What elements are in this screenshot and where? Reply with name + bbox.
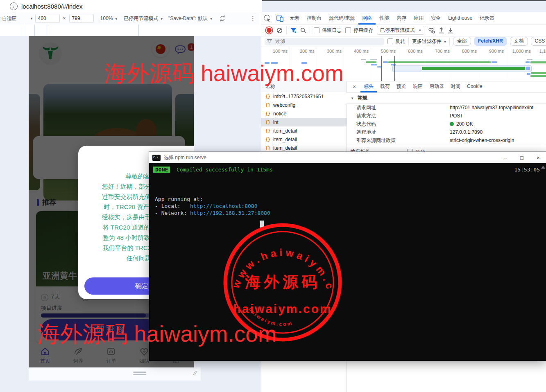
device-type-select[interactable]: 尺寸: 自适应 <box>0 14 29 23</box>
zoom-select[interactable]: 100% ▾ <box>100 16 118 21</box>
details-tab[interactable]: 载荷 <box>377 81 393 92</box>
request-row[interactable]: {}item_detail <box>261 126 347 135</box>
invert-checkbox[interactable] <box>387 38 393 44</box>
devtools-tab[interactable]: 应用 <box>410 12 427 25</box>
devtools-tab[interactable]: 控制台 <box>303 12 325 25</box>
local-url[interactable]: http://localhost:8080 <box>190 203 257 209</box>
load-event-line <box>394 56 395 81</box>
header-value: POST <box>450 113 463 119</box>
general-section-header[interactable]: ▼ 常规 <box>347 93 546 104</box>
details-tab[interactable]: 响应 <box>410 81 426 92</box>
network-filter-row: 反转 更多过滤条件 ▾ 全部Fetch/XHR文档CSS <box>261 36 546 47</box>
request-row[interactable]: {}notice <box>261 109 347 118</box>
search-icon[interactable] <box>300 27 306 33</box>
request-name: webconfig <box>273 102 295 108</box>
request-row[interactable]: {}webconfig <box>261 101 347 109</box>
network-conditions-icon[interactable] <box>428 27 435 34</box>
disable-cache-checkbox[interactable] <box>345 27 351 33</box>
general-header-row: 引荐来源网址政策strict-origin-when-cross-origin <box>347 136 546 144</box>
timeline-tick-label: 1,000 ms <box>507 49 531 54</box>
request-name: item_detail <box>273 145 297 151</box>
filter-chip[interactable]: 全部 <box>453 37 471 46</box>
network-url[interactable]: http://192.168.31.27:8080 <box>190 210 270 216</box>
devtools-tab[interactable]: 性能 <box>376 12 393 25</box>
waterfall-bar <box>422 67 525 70</box>
url-text[interactable]: localhost:8080/#/index <box>21 3 82 10</box>
devtools-tab[interactable]: 记录器 <box>476 12 498 25</box>
header-value-text: POST <box>450 113 463 119</box>
waterfall-bar <box>527 59 532 60</box>
header-key: 远程地址 <box>356 129 450 136</box>
device-width-input[interactable] <box>35 14 60 23</box>
waterfall-bar <box>530 75 546 77</box>
filter-input-box[interactable] <box>265 38 384 45</box>
export-har-icon[interactable] <box>448 27 453 34</box>
rotate-device-icon[interactable] <box>219 15 226 22</box>
close-details-icon[interactable]: × <box>350 83 359 90</box>
scroll-up-icon[interactable] <box>541 166 545 169</box>
json-request-icon: {} <box>265 94 270 99</box>
request-row[interactable]: {}item_detail <box>261 144 347 152</box>
details-tab[interactable]: 标头 <box>360 81 377 92</box>
network-toolbar: 保留日志 停用缓存 已停用节流模式▾ <box>261 25 546 36</box>
terminal-title: 选择 npm run serve <box>164 154 206 161</box>
watermark-top: 海外源码 haiwaiym.com <box>104 59 344 89</box>
timeline-gridline <box>398 47 398 81</box>
throttling-select[interactable]: 已停用节流模式 ▾ <box>124 15 163 22</box>
request-row[interactable]: {}info?t=1775205371651 <box>261 92 347 101</box>
filter-chip[interactable]: CSS <box>531 37 546 46</box>
filter-input[interactable] <box>274 38 370 45</box>
devtools-tab[interactable]: 安全 <box>427 12 444 25</box>
waterfall-bar <box>371 64 377 65</box>
timestamp: 15:53:05 <box>514 167 540 173</box>
json-request-icon: {} <box>265 137 270 142</box>
timeline-gridline <box>479 47 479 81</box>
emulation-footer: // <box>29 367 201 381</box>
save-data-select[interactable]: "Save-Data": 默认 ▾ <box>168 15 212 22</box>
timeline-tick-label: 400 ms <box>345 49 369 54</box>
overflow-menu-icon[interactable]: ⋮ <box>250 15 256 22</box>
devtools-tab[interactable]: 源代码/来源 <box>325 12 358 25</box>
network-throttling-select[interactable]: 已停用节流模式▾ <box>377 26 424 35</box>
request-name: item_detail <box>273 137 297 142</box>
collapse-arrow-icon: ▼ <box>351 97 354 100</box>
general-header-row: 远程地址127.0.0.1:7890 <box>347 128 546 136</box>
resize-handle-icon[interactable]: // <box>192 370 201 376</box>
header-value-text: 200 OK <box>456 121 473 127</box>
terminal-titlebar[interactable]: C:\ 选择 npm run serve <box>149 152 546 163</box>
page-info-icon[interactable]: i <box>10 2 18 10</box>
details-tab[interactable]: 时间 <box>447 81 464 92</box>
request-name: item_detail <box>273 128 297 134</box>
json-request-icon: {} <box>265 111 270 116</box>
request-name: int <box>273 119 279 125</box>
minimize-button[interactable]: – <box>497 152 514 163</box>
timeline-tick-label: 300 ms <box>318 49 342 54</box>
record-icon[interactable] <box>267 28 272 33</box>
maximize-button[interactable]: □ <box>514 152 530 163</box>
media-query-bar <box>0 25 261 36</box>
device-height-input[interactable] <box>69 14 94 23</box>
details-tab[interactable]: 启动器 <box>426 81 447 92</box>
filter-icon[interactable] <box>290 28 297 33</box>
details-tab[interactable]: Cookie <box>464 81 485 92</box>
request-name: info?t=1775205371651 <box>273 94 324 99</box>
request-row[interactable]: {}int <box>261 118 347 126</box>
filter-chip[interactable]: Fetch/XHR <box>474 37 507 46</box>
clear-icon[interactable] <box>276 27 283 34</box>
more-filters-select[interactable]: 更多过滤条件 ▾ <box>412 38 446 45</box>
filter-chip[interactable]: 文档 <box>510 37 528 46</box>
inspect-icon[interactable] <box>261 13 274 24</box>
request-row[interactable]: {}item_detail <box>261 135 347 144</box>
drag-handle[interactable] <box>133 372 146 373</box>
devtools-tab[interactable]: 内存 <box>393 12 410 25</box>
device-toolbar-toggle-icon[interactable] <box>274 13 286 24</box>
request-name: notice <box>273 111 286 117</box>
devtools-tab[interactable]: Lighthouse <box>444 12 476 25</box>
details-tab[interactable]: 预览 <box>393 81 410 92</box>
close-button[interactable]: × <box>530 152 546 163</box>
devtools-tab[interactable]: 元素 <box>286 12 303 25</box>
preserve-log-checkbox[interactable] <box>314 27 319 33</box>
devtools-tab[interactable]: 网络 <box>358 12 376 25</box>
import-har-icon[interactable] <box>439 27 444 34</box>
waterfall-bar <box>526 61 530 63</box>
